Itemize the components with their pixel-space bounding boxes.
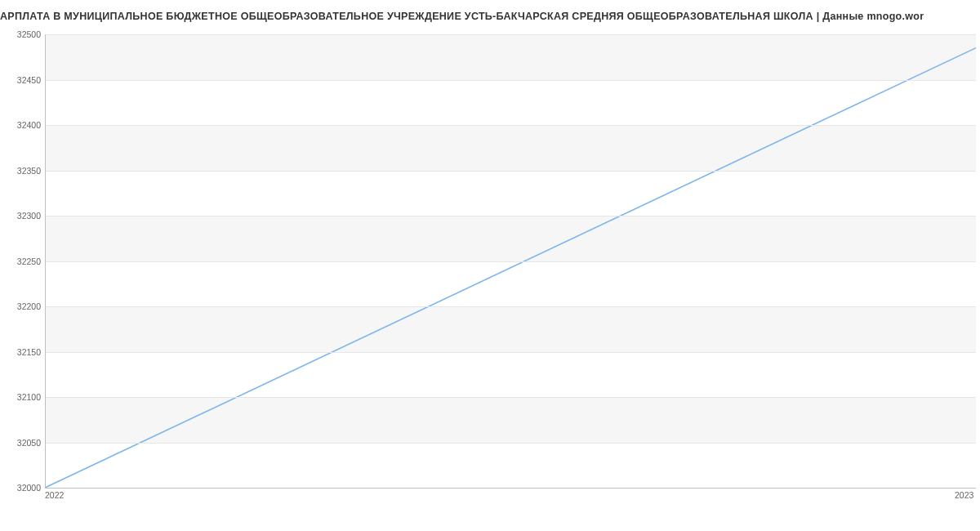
y-tick-label: 32500 [8,29,41,39]
chart-title: АРПЛАТА В МУНИЦИПАЛЬНОЕ БЮДЖЕТНОЕ ОБЩЕОБ… [0,11,980,22]
y-tick-label: 32250 [8,257,41,266]
y-tick-label: 32150 [8,347,41,357]
y-tick-label: 32200 [8,301,41,311]
y-tick-label: 32300 [8,211,41,221]
data-line [45,48,976,488]
axis-y [45,34,46,488]
axis-x [45,488,976,489]
y-tick-label: 32400 [8,120,41,130]
grid-line [45,352,976,353]
grid-line [45,216,976,216]
plot-area [45,34,976,488]
grid-line [45,34,976,35]
grid-line [45,80,976,81]
grid-line [45,306,976,307]
y-tick-label: 32100 [8,392,41,402]
grid-line [45,171,976,172]
y-tick-label: 32050 [8,438,41,448]
y-tick-label: 32000 [8,483,41,493]
y-tick-label: 32450 [8,75,41,85]
grid-line [45,397,976,398]
line-chart: АРПЛАТА В МУНИЦИПАЛЬНОЕ БЮДЖЕТНОЕ ОБЩЕОБ… [0,0,980,515]
y-tick-label: 32350 [8,166,41,176]
x-tick-label: 2022 [45,490,64,500]
grid-line [45,125,976,126]
grid-line [45,443,976,444]
x-tick-label: 2023 [955,490,973,500]
grid-line [45,261,976,262]
